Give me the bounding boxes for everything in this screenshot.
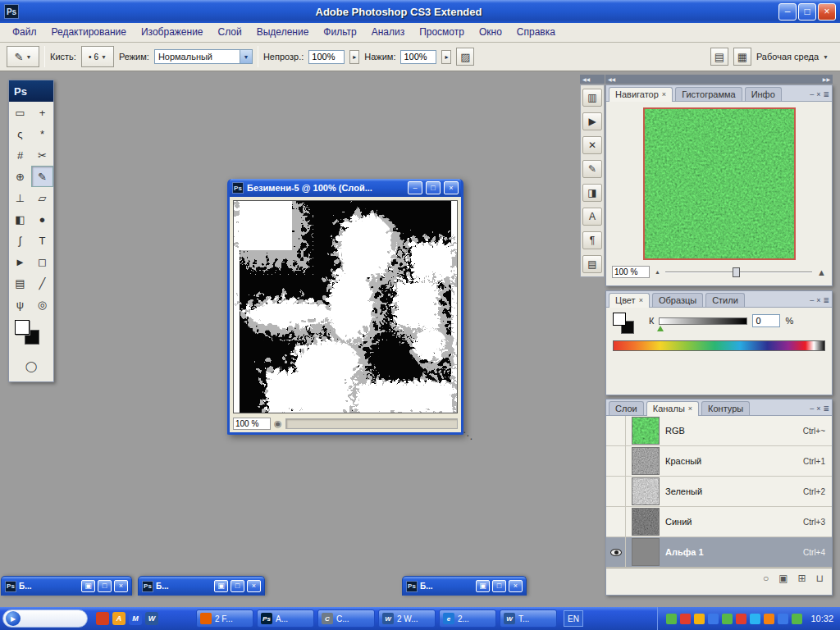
tab-histogram[interactable]: Гистограмма [675,87,742,101]
flow-input[interactable] [400,50,436,64]
delete-channel-icon[interactable]: ⊔ [816,573,824,584]
flow-slider-arrow[interactable]: ▸ [441,50,451,64]
tab-info[interactable]: Инфо [745,87,782,101]
tray-icon-6[interactable] [736,614,746,624]
tab-close-icon[interactable]: × [662,90,666,98]
visibility-cell[interactable] [606,507,626,536]
channel-row-red[interactable]: Красный Ctrl+1 [606,446,832,477]
menu-edit[interactable]: Редактирование [44,23,134,42]
palette-well-icon[interactable]: ▤ [710,48,728,66]
quick-mask-button[interactable]: ◯ [21,355,43,377]
menu-view[interactable]: Просмотр [412,23,472,42]
tab-color[interactable]: Цвет × [609,293,650,308]
tool-lasso[interactable]: ς [9,123,31,144]
menu-filter[interactable]: Фильтр [316,23,363,42]
tab-navigator[interactable]: Навигатор × [609,87,673,102]
close-button[interactable]: × [818,3,836,21]
panel-play-icon[interactable]: ▶ [582,112,602,130]
palette-close-icon[interactable]: × [816,91,820,98]
palette-minimize-icon[interactable]: ‒ [810,91,814,98]
channel-row-rgb[interactable]: RGB Ctrl+~ [606,416,832,446]
tool-hand[interactable]: ψ [9,294,31,315]
brush-preset-picker[interactable]: • 6 ▼ [81,46,114,67]
tool-clone-stamp[interactable]: ⊥ [9,187,31,208]
menu-analysis[interactable]: Анализ [364,23,413,42]
task-button-4[interactable]: W 2 W... [378,609,436,628]
new-channel-icon[interactable]: ⊞ [798,573,806,584]
slider-thumb[interactable] [733,267,740,277]
channel-row-green[interactable]: Зеленый Ctrl+2 [606,477,832,507]
opacity-input[interactable] [308,50,345,64]
channel-row-blue[interactable]: Синий Ctrl+3 [606,507,832,537]
zoom-out-icon[interactable]: ▲ [655,269,660,275]
visibility-cell[interactable] [606,446,626,476]
tray-icon-7[interactable] [750,614,760,624]
tool-pen[interactable]: ∫ [9,230,31,251]
close-button[interactable]: × [509,580,523,592]
k-value-input[interactable] [752,314,780,327]
load-selection-icon[interactable]: ○ [763,573,769,584]
tool-notes[interactable]: ▤ [9,272,31,294]
tool-shape[interactable]: ◻ [31,251,53,272]
panel-character-icon[interactable]: А [582,208,602,226]
channel-row-alpha1[interactable]: Альфа 1 Ctrl+4 [606,537,832,568]
dock-collapse-header-right[interactable]: ◀◀ ▶▶ [605,75,833,84]
task-button-photoshop[interactable]: Ps A... [257,609,314,628]
tool-blur[interactable]: ● [31,208,53,230]
document-canvas[interactable] [233,200,458,413]
panel-notes-icon[interactable]: ▤ [582,255,602,273]
status-info-icon[interactable]: ◉ [274,418,282,429]
color-spectrum-ramp[interactable] [613,340,825,351]
k-slider[interactable] [659,317,747,325]
maximize-button[interactable]: □ [98,580,112,592]
document-close-button[interactable]: × [444,181,459,194]
brushes-palette-icon[interactable]: ▦ [733,48,751,66]
toolbox-header[interactable]: Ps [9,80,53,102]
tab-channels[interactable]: Каналы × [646,401,699,416]
dock-collapse-header-left[interactable]: ◀◀ [580,75,605,84]
tray-icon-10[interactable] [792,614,802,624]
visibility-cell[interactable] [606,416,626,445]
tab-styles[interactable]: Стили [705,293,745,307]
tool-healing-brush[interactable]: ⊕ [9,166,31,187]
tab-close-icon[interactable]: × [688,404,692,413]
palette-menu-icon[interactable]: ≣ [823,91,829,98]
document-maximize-button[interactable]: □ [426,181,441,194]
maximize-button[interactable]: □ [798,3,816,21]
maximize-button[interactable]: □ [231,580,244,592]
document-minimize-button[interactable]: ‒ [408,181,422,194]
minimize-button[interactable]: ‒ [778,3,797,21]
tray-icon-4[interactable] [708,614,719,624]
panel-gradient-icon[interactable]: ◨ [582,184,602,202]
tray-icon-2[interactable] [680,614,691,624]
menu-image[interactable]: Изображение [134,23,211,42]
foreground-color-swatch[interactable] [15,320,30,335]
task-button-firefox[interactable]: 2 F... [196,609,253,628]
palette-menu-icon[interactable]: ≣ [823,297,829,304]
tool-rectangular-marquee[interactable]: ▭ [9,102,31,123]
quick-launch-icon-4[interactable]: W [145,612,158,625]
tray-icon-5[interactable] [722,614,733,624]
minimized-document-2[interactable]: Ps Б... ▣ □ × [138,576,265,596]
horizontal-scrollbar[interactable] [285,418,458,429]
quick-launch-icon-1[interactable] [96,612,109,625]
palette-minimize-icon[interactable]: ‒ [810,405,814,413]
tray-icon-1[interactable] [666,614,677,624]
close-button[interactable]: × [114,580,128,592]
language-indicator[interactable]: EN [564,610,583,627]
tool-eraser[interactable]: ▱ [31,187,53,208]
tool-type[interactable]: T [31,230,53,251]
restore-button[interactable]: ▣ [476,580,490,592]
resize-grip[interactable]: ⋱ [463,430,472,441]
palette-menu-icon[interactable]: ≣ [823,405,829,413]
close-button[interactable]: × [247,580,261,592]
tab-paths[interactable]: Контуры [701,401,750,415]
eye-icon[interactable] [610,549,622,556]
tool-magic-wand[interactable]: * [31,123,53,144]
k-slider-thumb[interactable] [657,326,664,331]
quick-launch-icon-3[interactable]: M [129,612,142,625]
tab-layers[interactable]: Слои [609,401,644,415]
tool-zoom[interactable]: ◎ [31,294,53,315]
tab-close-icon[interactable]: × [639,296,643,304]
panel-paragraph-icon[interactable]: ¶ [582,231,602,249]
